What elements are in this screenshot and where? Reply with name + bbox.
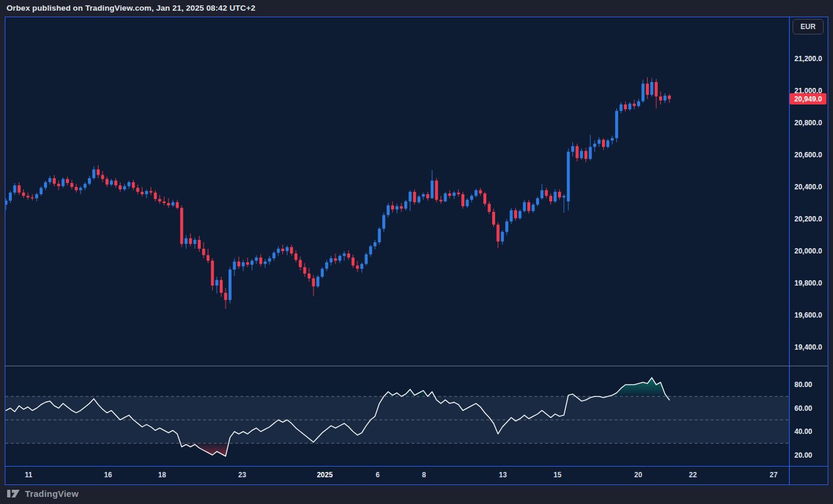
candle-body — [650, 82, 653, 95]
time-tick-label: 8 — [422, 471, 426, 479]
candle-body — [395, 206, 398, 209]
time-tick-label: 27 — [769, 471, 777, 479]
candle-body — [273, 253, 275, 258]
candle-body — [316, 277, 319, 286]
candle-body — [461, 194, 464, 206]
candle-body — [536, 198, 539, 205]
candle-body — [518, 211, 521, 218]
time-axis[interactable]: 111618232025681315202227 — [5, 467, 789, 484]
candle-body — [435, 180, 438, 199]
tradingview-logo[interactable]: TradingView — [7, 489, 78, 499]
candle-body — [325, 262, 328, 269]
currency-label: EUR — [800, 23, 815, 31]
price-tick-label: 20,400.0 — [794, 182, 822, 192]
candle-body — [93, 169, 96, 178]
candle-body — [286, 247, 289, 251]
candle-body — [194, 240, 197, 244]
candle-body — [97, 169, 100, 175]
rsi-tick-label: 60.00 — [794, 404, 812, 413]
time-tick-label: 11 — [25, 471, 33, 479]
candle-body — [159, 199, 161, 201]
rsi-tick-label: 40.00 — [794, 427, 812, 436]
candle-body — [115, 180, 118, 185]
candle-body — [202, 249, 205, 255]
candle-body — [237, 262, 240, 267]
candle-body — [562, 196, 565, 198]
candle-body — [448, 194, 451, 196]
publish-text: Orbex published on TradingView.com, Jan … — [7, 4, 255, 12]
candle-body — [365, 254, 368, 264]
candle-body — [53, 178, 56, 183]
candle-body — [633, 104, 636, 106]
candle-body — [373, 242, 376, 246]
candle-body — [290, 247, 293, 253]
candle-body — [637, 102, 640, 106]
candle-body — [413, 192, 416, 202]
candle-body — [589, 147, 592, 159]
candle-body — [154, 192, 157, 199]
candle-body — [430, 180, 433, 198]
candle-body — [264, 262, 267, 264]
candle-body — [246, 262, 249, 265]
candle-body — [527, 202, 530, 211]
candle-body — [330, 258, 332, 262]
candle-body — [387, 205, 389, 215]
candle-body — [580, 151, 583, 158]
candle-body — [452, 192, 455, 195]
candle-body — [360, 264, 363, 269]
candle-body — [251, 261, 254, 265]
candle-body — [655, 82, 658, 96]
candle-body — [488, 204, 491, 212]
rsi-tick-label: 20.00 — [794, 451, 812, 460]
candle-body — [382, 215, 385, 229]
candle-body — [224, 293, 227, 300]
candle-body — [642, 84, 645, 102]
publish-banner: Orbex published on TradingView.com, Jan … — [0, 0, 833, 17]
candle-body — [584, 151, 587, 159]
candle-body — [501, 232, 504, 242]
candle-body — [505, 221, 508, 232]
candle-body — [479, 190, 482, 193]
candle-body — [119, 185, 122, 189]
candle-body — [233, 262, 236, 270]
candle-body — [444, 194, 447, 202]
candle-body — [167, 203, 170, 205]
candle-body — [84, 184, 87, 188]
candle-body — [150, 191, 153, 193]
candle-body — [259, 258, 262, 264]
candle-body — [378, 229, 381, 242]
candle-body — [391, 205, 394, 210]
candle-body — [417, 196, 420, 202]
candle-body — [334, 258, 337, 261]
candle-body — [496, 224, 499, 241]
candle-body — [422, 194, 425, 196]
candle-body — [549, 196, 552, 201]
candle-body — [664, 96, 667, 100]
candle-body — [180, 208, 183, 244]
candle-body — [408, 192, 411, 201]
price-axis[interactable]: EUR 21,200.021,000.020,800.020,600.020,4… — [790, 17, 828, 484]
candle-body — [123, 186, 126, 189]
candle-body — [474, 190, 477, 195]
candle-body — [404, 201, 407, 208]
candle-body — [18, 185, 21, 192]
price-tick-label: 19,400.0 — [794, 343, 822, 352]
price-chart-canvas[interactable] — [5, 17, 828, 484]
candle-body — [483, 194, 486, 204]
last-price-badge: 20,949.0 — [790, 93, 826, 104]
candle-body — [532, 205, 535, 211]
price-tick-label: 21,200.0 — [794, 54, 822, 64]
candle-body — [624, 104, 627, 109]
candle-body — [106, 179, 109, 185]
candle-body — [571, 146, 574, 151]
candle-body — [66, 179, 69, 183]
candle-body — [439, 200, 442, 202]
candle-body — [294, 253, 297, 260]
candle-body — [88, 178, 91, 183]
candle-body — [145, 191, 148, 194]
candle-body — [308, 274, 311, 278]
candle-body — [79, 188, 82, 190]
candle-body — [22, 192, 25, 195]
candle-body — [57, 184, 60, 186]
currency-badge[interactable]: EUR — [793, 19, 824, 34]
